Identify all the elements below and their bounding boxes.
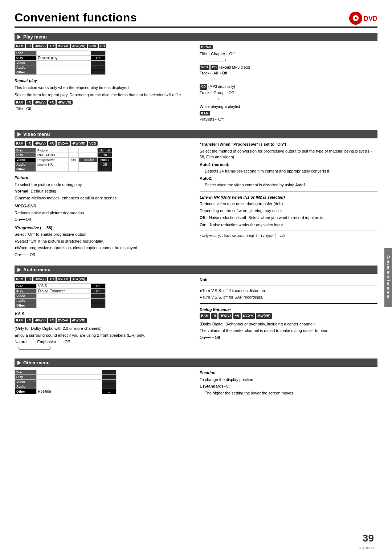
mpeg-dnr-block: MPEG-DNR Reduces noise and picture degra… [15, 203, 192, 223]
play-menu-audio-label: Audio [15, 65, 37, 70]
video-menu-section: Video menu RAM -R -RW(V) +R DVD-V -RW(VR… [15, 130, 377, 260]
picture-block: Picture To select the picture mode durin… [15, 175, 192, 201]
audio-menu-triangle [17, 268, 21, 272]
play-menu-formats: RAM -R -RW(V) +R DVD-V -RW(VR) VCD CD [15, 44, 192, 48]
other-menu-table: Disc Play Video Audio OtherPosition1 [15, 370, 117, 394]
other-menu-title: Other menu [23, 360, 50, 365]
line-in-nr-block: Line-in NR (Only when IN1 or IN2 is sele… [200, 194, 377, 228]
badge-plusr: +R [48, 44, 56, 48]
dialog-enhancer-block: Dialog Enhancer RAM -R -RW(V) +R DVD-V -… [200, 307, 377, 341]
repeat-play-body1: This function works only when the elapse… [15, 85, 192, 91]
transfer-block: *Transfer (When "Progressive" is set to … [200, 141, 377, 188]
dialog-enhancer-title: Dialog Enhancer [200, 307, 377, 313]
dvdv-text: Title↔Chapter↔Off [200, 51, 377, 57]
position-standard-text: The higher the setting the lower the scr… [205, 390, 377, 396]
repeat-play-body2: Select the item for repeat play. Dependi… [15, 92, 192, 98]
page-title: Convenient functions [15, 11, 377, 28]
cd-mp3-text: Track↔Group↔Off [200, 90, 377, 96]
repeat-play-title: Repeat play [15, 78, 192, 84]
svg-text:DVD: DVD [364, 15, 377, 22]
title-off: Title↔Off [16, 107, 192, 111]
play-menu-video-label: Video [15, 61, 37, 65]
video-menu-header: Video menu [15, 130, 377, 138]
badge-vcd: VCD [88, 44, 98, 48]
playlist-text: Playlists↔Off [200, 116, 377, 122]
picture-title: Picture [15, 175, 192, 181]
audio-menu-section: Audio menu RAM -R -RW(V) +R DVD-V -RW(VR… [15, 266, 377, 353]
vcd-cd-block: VCD CD (except MP3 discs) Track↔All↔Off … [200, 65, 377, 82]
play-menu-formats2: RAM -R -RW(V) +R -RW(VR) [15, 100, 192, 105]
vss-block: V.S.S. RAM -R -RW(V) +R DVD-V -RW(VR) (O… [15, 311, 192, 351]
audio-menu-formats: RAM -R -RW(V) +R DVD-V -RW(VR) [15, 277, 192, 281]
dvd-logo: DVD [348, 11, 377, 25]
play-menu-header: Play menu [15, 33, 377, 41]
video-divider2 [200, 231, 377, 231]
badge-cd: CD [99, 44, 106, 48]
other-menu-header: Other menu [15, 358, 377, 367]
audio-menu-table: DiscV.S.S.Off PlayDialog EnhancerOff Vid… [15, 283, 106, 308]
play-menu-table: Disc PlayRepeat playOff Video Audio Othe… [15, 50, 106, 75]
audio-menu-title: Audio menu [23, 267, 50, 272]
play-menu-title: Play menu [23, 34, 47, 40]
dvdv-block: DVD-V Title↔Chapter↔Off ↑___________↓ [200, 44, 377, 62]
video-menu-title: Video menu [23, 131, 50, 137]
position-block: Position To change the display position … [200, 370, 377, 396]
play-menu-disc-label: Disc [15, 51, 37, 56]
play-menu-triangle [17, 35, 21, 39]
cd-mp3-block: CD (MP3 discs only) Track↔Group↔Off ↑___… [200, 84, 377, 101]
video-menu-formats: RAM -R -RW(V) +R DVD-V -RW(VR) VCD [15, 141, 192, 146]
side-tab: Convenient functions [384, 248, 392, 307]
vss-title: V.S.S. [15, 311, 192, 317]
progressive-block: *Progressive (→ 58) Select "On" to enabl… [15, 225, 192, 258]
badge-rwv: -RW(V) [33, 44, 47, 48]
vcd-cd-text: Track↔All↔Off [200, 70, 377, 76]
position-title: Position [200, 370, 377, 376]
other-menu-triangle [17, 361, 21, 365]
playlist-block: While playing a playlist RAM Playlists↔O… [200, 104, 377, 122]
badge-ram: RAM [15, 44, 25, 48]
audio-menu-header: Audio menu [15, 266, 377, 274]
play-menu-play-label: Play [15, 56, 37, 61]
note-block: Note ●Turn V.S.S. off if it causes disto… [200, 277, 377, 300]
vqt-code: VQT0R73 [359, 546, 374, 550]
repeat-play-block: Repeat play This function works only whe… [15, 78, 192, 98]
play-menu-other-label: Other [15, 70, 37, 75]
badge-dvdv: DVD-V [57, 44, 70, 48]
page-number: 39 [363, 532, 374, 544]
audio-divider [200, 303, 377, 304]
video-footnote: * Only when you have selected "480p" in … [200, 234, 377, 238]
svg-point-2 [355, 17, 357, 19]
badge-rwvr: -RW(VR) [71, 44, 87, 48]
play-menu-section: Play menu RAM -R -RW(V) +R DVD-V -RW(VR)… [15, 33, 377, 124]
video-menu-triangle [17, 132, 21, 137]
badge-r: -R [26, 44, 33, 48]
video-menu-table: Disc Picture Normal Play MPEG-DNR On Vid… [15, 148, 112, 172]
other-menu-section: Other menu Disc Play Video Audio OtherPo… [15, 358, 377, 398]
video-divider1 [200, 191, 377, 191]
